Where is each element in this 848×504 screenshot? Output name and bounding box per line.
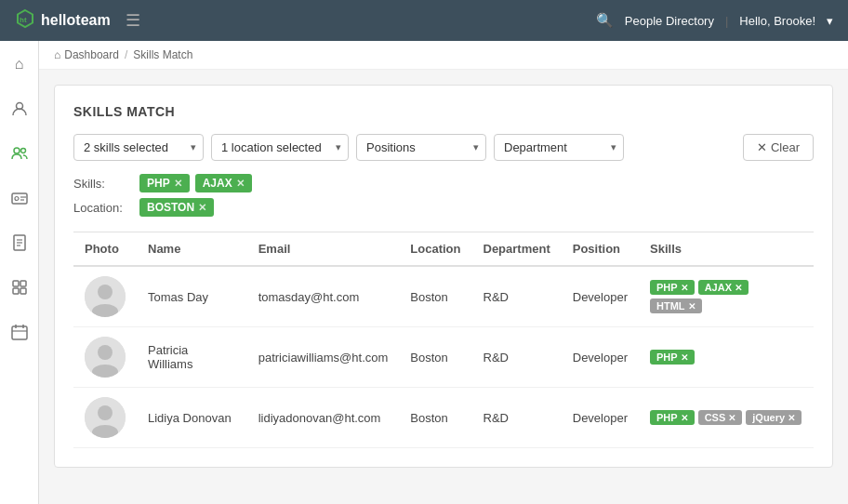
skill-tag-label: PHP [656,351,678,363]
skill-tag-remove[interactable]: ✕ [735,283,742,293]
cell-name: Tomas Day [137,266,247,327]
sidebar: ⌂ [0,41,39,504]
search-icon[interactable]: 🔍 [596,12,614,29]
svg-point-4 [20,149,25,153]
skill-tag-remove[interactable]: ✕ [788,413,795,423]
skill-tag: AJAX ✕ [698,280,749,295]
skills-select-wrapper: 2 skills selected [73,134,204,161]
skill-tag-ajax-remove[interactable]: ✕ [236,178,245,190]
skills-tags-label: Skills: [73,177,134,191]
sidebar-item-user[interactable] [6,95,33,123]
svg-rect-17 [12,326,27,339]
skill-tag-remove[interactable]: ✕ [688,301,696,312]
cell-skills: PHP ✕ [639,327,814,388]
location-tags-row: Location: BOSTON ✕ [73,198,814,217]
skill-tag-remove[interactable]: ✕ [681,352,688,363]
svg-rect-13 [13,281,19,286]
sidebar-item-id[interactable] [6,184,33,212]
people-directory-link[interactable]: People Directory [625,14,714,28]
breadcrumb-home-icon[interactable]: ⌂ [54,48,60,61]
skill-tags: PHP ✕ AJAX ✕ HTML ✕ [650,280,802,313]
col-skills: Skills [639,232,814,267]
page-title: SKILLS MATCH [73,104,814,119]
cell-name: Lidiya Donovan [137,388,247,448]
cell-skills: PHP ✕ AJAX ✕ HTML ✕ [639,266,814,327]
cell-department: R&D [472,388,562,448]
cell-email: lidiyadonovan@ht.com [247,388,400,448]
location-tag-boston-label: BOSTON [147,201,194,214]
col-location: Location [399,232,471,267]
positions-select-wrapper: Positions [356,134,486,161]
svg-point-22 [98,285,113,299]
skill-tag: HTML ✕ [650,298,702,313]
svg-point-25 [98,345,113,360]
cell-location: Boston [399,266,471,327]
cell-photo [73,266,137,327]
logo-text: helloteam [41,12,111,29]
location-select[interactable]: 1 location selected [211,134,349,161]
skill-tag-remove[interactable]: ✕ [681,413,688,423]
svg-text:ht: ht [20,16,27,24]
svg-rect-15 [13,288,19,294]
breadcrumb: ⌂ Dashboard / Skills Match [39,41,848,70]
clear-x-icon: ✕ [757,140,767,154]
breadcrumb-home-link[interactable]: Dashboard [64,48,119,61]
skill-tag-label: PHP [656,282,678,293]
skill-tag-label: PHP [656,412,678,423]
skill-tag-remove[interactable]: ✕ [681,283,688,293]
skill-tag-ajax-label: AJAX [203,177,232,190]
user-dropdown-icon[interactable]: ▾ [827,14,833,28]
logo: ht helloteam [15,8,111,33]
col-name: Name [137,232,247,267]
location-tag-boston-remove[interactable]: ✕ [198,202,206,214]
avatar [85,276,126,317]
hamburger-button[interactable]: ☰ [126,10,140,31]
cell-photo [73,388,137,448]
sidebar-item-document[interactable] [6,229,33,257]
skill-tag-remove[interactable]: ✕ [728,413,735,423]
results-table: Photo Name Email Location Department Pos… [73,232,814,448]
department-select[interactable]: Department [494,134,624,161]
logo-icon: ht [15,8,35,33]
col-email: Email [247,232,400,267]
sidebar-item-calendar[interactable] [6,318,33,346]
cell-location: Boston [399,388,471,448]
sidebar-item-people[interactable] [6,139,33,167]
avatar [85,397,126,438]
sidebar-item-grid[interactable] [6,273,33,301]
cell-position: Developer [562,266,639,327]
skill-tag-label: CSS [705,412,726,423]
positions-select[interactable]: Positions [356,134,486,161]
skill-tag-label: AJAX [705,282,732,293]
avatar [85,337,126,378]
table-row: Patricia Williams patriciawilliams@ht.co… [73,327,814,388]
cell-name: Patricia Williams [137,327,247,388]
svg-rect-16 [20,288,26,294]
filter-bar: 2 skills selected 1 location selected Po… [73,134,814,161]
skills-tags-row: Skills: PHP ✕ AJAX ✕ [73,174,814,192]
breadcrumb-separator: / [125,48,127,61]
clear-button[interactable]: ✕ Clear [743,134,814,161]
col-photo: Photo [73,232,137,267]
cell-location: Boston [399,327,471,388]
skill-tag-php-label: PHP [147,177,170,190]
cell-email: tomasday@ht.com [247,266,400,327]
svg-rect-14 [20,281,26,286]
skill-tag: jQuery ✕ [746,410,802,425]
skill-tag-php-remove[interactable]: ✕ [174,178,182,190]
main-content: ⌂ Dashboard / Skills Match SKILLS MATCH … [39,41,848,504]
sidebar-item-home[interactable]: ⌂ [6,50,33,78]
cell-position: Developer [562,388,639,448]
skills-select[interactable]: 2 skills selected [73,134,204,161]
skill-tag-php: PHP ✕ [139,174,190,192]
skill-tag-label: HTML [656,300,685,312]
svg-point-6 [15,197,19,201]
topnav: ht helloteam ☰ 🔍 People Directory | Hell… [0,0,848,41]
skill-tags: PHP ✕ CSS ✕ jQuery ✕ [650,410,802,425]
cell-photo [73,327,137,388]
location-tags-label: Location: [73,201,134,215]
table-row: Lidiya Donovan lidiyadonovan@ht.com Bost… [73,388,814,448]
col-department: Department [472,232,562,267]
clear-label: Clear [771,140,800,154]
topnav-right: 🔍 People Directory | Hello, Brooke! ▾ [596,12,833,29]
